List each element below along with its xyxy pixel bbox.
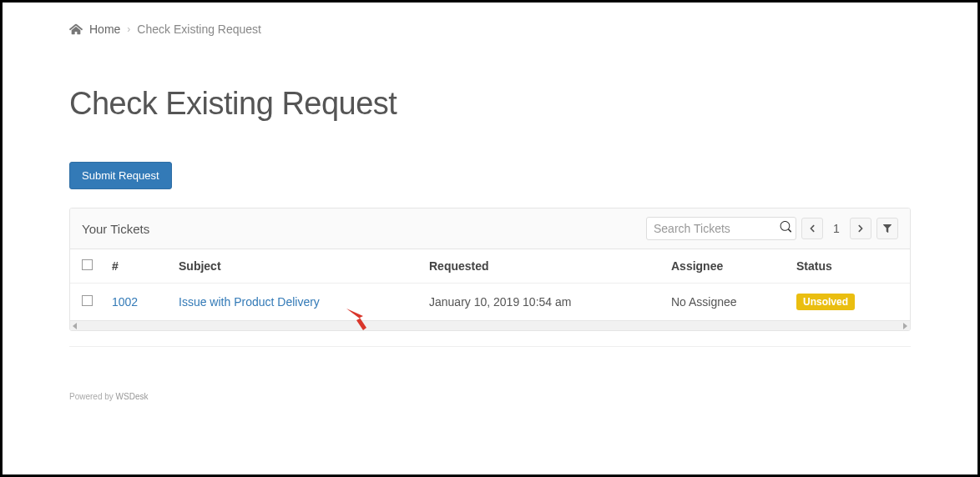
breadcrumb: Home › Check Existing Request (69, 23, 911, 36)
panel-title: Your Tickets (82, 222, 149, 236)
ticket-status: Unsolved (788, 284, 910, 321)
table-row: 1002 Issue with Product Delivery January… (70, 284, 910, 321)
table-header-row: # Subject Requested Assignee Status (70, 249, 910, 284)
ticket-id[interactable]: 1002 (104, 284, 170, 321)
header-assignee: Assignee (663, 249, 788, 284)
breadcrumb-home[interactable]: Home (89, 23, 120, 36)
home-icon[interactable] (69, 23, 83, 36)
page-number: 1 (828, 222, 845, 235)
ticket-id-link[interactable]: 1002 (112, 295, 138, 309)
filter-button[interactable] (876, 218, 898, 239)
row-checkbox-cell (70, 284, 104, 321)
next-page-button[interactable] (850, 218, 871, 239)
ticket-requested: January 10, 2019 10:54 am (421, 284, 663, 321)
panel-toolbar: 1 (646, 217, 898, 240)
prev-page-button[interactable] (801, 218, 823, 239)
horizontal-scrollbar[interactable] (70, 320, 910, 330)
ticket-assignee: No Assignee (663, 284, 788, 321)
submit-request-button[interactable]: Submit Request (69, 162, 172, 189)
breadcrumb-current: Check Existing Request (137, 23, 261, 36)
search-wrap (646, 217, 796, 240)
header-status: Status (788, 249, 910, 284)
row-checkbox[interactable] (82, 295, 93, 306)
chevron-right-icon: › (127, 23, 130, 35)
divider (69, 346, 911, 347)
footer-brand-link[interactable]: WSDesk (116, 392, 149, 401)
status-badge: Unsolved (796, 294, 855, 310)
ticket-subject-link[interactable]: Issue with Product Delivery (179, 295, 320, 309)
footer-powered-by: Powered by (69, 392, 114, 401)
tickets-table: # Subject Requested Assignee Status 1002… (70, 249, 910, 320)
search-input[interactable] (646, 217, 796, 240)
header-checkbox-cell (70, 249, 104, 284)
select-all-checkbox[interactable] (82, 259, 93, 270)
footer: Powered by WSDesk (69, 392, 911, 401)
ticket-subject[interactable]: Issue with Product Delivery (170, 284, 421, 321)
header-requested: Requested (421, 249, 663, 284)
tickets-panel: Your Tickets 1 (69, 208, 911, 331)
header-subject: Subject (170, 249, 421, 284)
panel-header: Your Tickets 1 (70, 208, 910, 249)
page-title: Check Existing Request (69, 86, 911, 122)
header-id: # (104, 249, 170, 284)
